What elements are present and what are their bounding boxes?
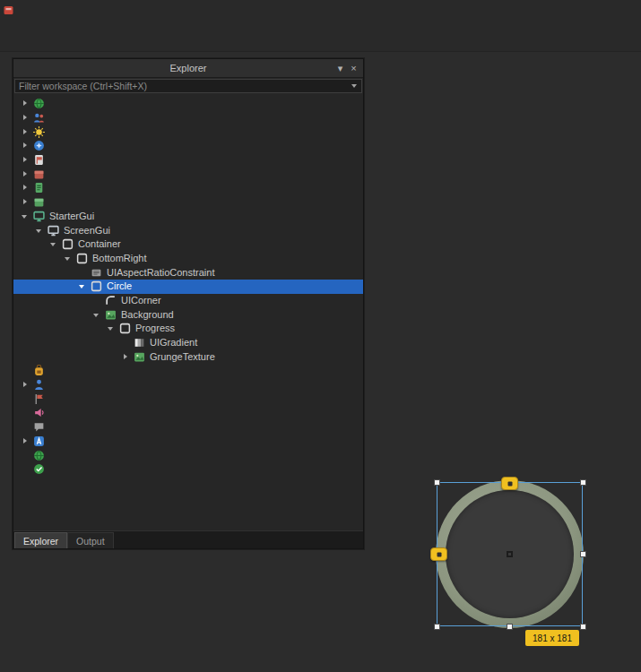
tree-item-label: Progress: [135, 322, 175, 335]
tree-item-container[interactable]: Container: [13, 237, 363, 252]
tree-item[interactable]: [13, 111, 363, 125]
frame-icon: [119, 323, 131, 334]
frame-icon: [91, 280, 102, 292]
expand-arrow-icon[interactable]: [19, 125, 32, 139]
tree-item[interactable]: [13, 195, 363, 210]
expand-arrow-icon[interactable]: [19, 111, 32, 125]
tree-item-uicorner[interactable]: UICorner: [13, 294, 363, 308]
size-badge-label: 181 x 181: [533, 633, 572, 643]
tree-item[interactable]: [13, 378, 363, 392]
tree-item[interactable]: [13, 392, 363, 406]
sun-icon: [33, 126, 45, 138]
resize-handle-bottom[interactable]: [507, 624, 513, 630]
tree-item[interactable]: [13, 139, 363, 153]
tree-item[interactable]: [13, 448, 363, 462]
image-icon: [105, 309, 117, 321]
green-document-icon: [33, 182, 45, 194]
tree-item-startergui[interactable]: StarterGui: [13, 210, 363, 224]
arrow-spacer: [76, 266, 90, 280]
tab-explorer[interactable]: Explorer: [14, 532, 67, 548]
blue-sphere-icon: [33, 140, 45, 151]
frame-icon: [76, 253, 88, 264]
expand-arrow-icon[interactable]: [19, 97, 32, 110]
collapse-arrow-icon[interactable]: [19, 210, 32, 223]
tab-label: Output: [76, 536, 105, 547]
corner-icon: [105, 295, 117, 306]
tree-item[interactable]: [13, 420, 363, 435]
tree-item[interactable]: [13, 462, 363, 477]
tree-item[interactable]: [13, 435, 363, 449]
resize-handle-top-left[interactable]: [434, 479, 440, 486]
collapse-arrow-icon[interactable]: [62, 252, 75, 265]
tree-item[interactable]: [13, 181, 363, 195]
tree-item-screengui[interactable]: ScreenGui: [13, 223, 363, 237]
resize-handle-right[interactable]: [580, 551, 586, 557]
size-badge: 181 x 181: [525, 630, 579, 646]
expand-arrow-icon[interactable]: [19, 181, 32, 194]
filter-dropdown-icon[interactable]: [349, 80, 361, 92]
check-icon: [33, 463, 45, 475]
filter-input[interactable]: [15, 81, 349, 91]
arrow-spacer: [19, 449, 32, 462]
chevron-down-icon[interactable]: ▾: [333, 59, 347, 77]
tree-item[interactable]: [13, 167, 363, 181]
tree-item-uigradient[interactable]: UIGradient: [13, 336, 363, 350]
resize-handle-top-right[interactable]: [580, 479, 586, 486]
tree-item-circle-selected[interactable]: Circle: [13, 280, 363, 294]
collapse-arrow-icon[interactable]: [105, 322, 118, 335]
tree-item[interactable]: [13, 406, 363, 420]
explorer-titlebar[interactable]: Explorer ▾ ×: [13, 59, 363, 78]
tree-item-grungetexture[interactable]: GrungeTexture: [13, 349, 363, 364]
collapse-arrow-icon[interactable]: [48, 237, 61, 251]
drag-handle-top-yellow[interactable]: [501, 477, 518, 490]
expand-arrow-icon[interactable]: [19, 435, 32, 448]
expand-arrow-icon[interactable]: [119, 350, 133, 364]
anchor-point-indicator[interactable]: [507, 551, 513, 557]
tree-item-label: GrungeTexture: [150, 350, 215, 364]
collapse-arrow-icon[interactable]: [33, 224, 47, 237]
backpack-icon: [33, 365, 45, 376]
tree-item[interactable]: [13, 125, 363, 139]
expand-arrow-icon[interactable]: [19, 139, 32, 152]
arrow-spacer: [119, 336, 133, 349]
flag-icon: [33, 393, 45, 405]
image-icon: [134, 351, 145, 363]
red-app-icon[interactable]: [4, 5, 13, 15]
resize-handle-bottom-right[interactable]: [580, 624, 586, 630]
tab-output[interactable]: Output: [67, 532, 114, 548]
document-flag-icon: [33, 154, 45, 166]
tree-item-bottomright[interactable]: BottomRight: [13, 252, 363, 266]
arrow-spacer: [19, 392, 32, 406]
filter-box: [14, 79, 362, 93]
expand-arrow-icon[interactable]: [19, 168, 32, 181]
tree-item-uiaspectratioconstraint[interactable]: UIAspectRatioConstraint: [13, 265, 363, 280]
tree-item-label: BottomRight: [92, 252, 147, 265]
resize-handle-bottom-left[interactable]: [434, 624, 440, 630]
panel-title: Explorer: [170, 63, 207, 73]
tree-item-background[interactable]: Background: [13, 307, 363, 322]
drag-handle-left-yellow[interactable]: [430, 547, 447, 561]
gradient-icon: [134, 337, 145, 349]
person-icon: [33, 379, 45, 391]
close-icon[interactable]: ×: [347, 59, 360, 77]
tree-item-label: StarterGui: [49, 210, 94, 223]
chat-icon: [33, 421, 45, 433]
expand-arrow-icon[interactable]: [19, 153, 32, 167]
tree-item-progress[interactable]: Progress: [13, 322, 363, 336]
green-box-icon: [33, 196, 45, 208]
explorer-tree: StarterGui ScreenGui Container BottomRig…: [13, 94, 363, 530]
collapse-arrow-icon[interactable]: [76, 280, 90, 293]
expand-arrow-icon[interactable]: [19, 195, 32, 209]
tree-item-label: UICorner: [121, 294, 161, 307]
monitor-icon: [33, 211, 45, 222]
arrow-spacer: [91, 294, 104, 307]
expand-arrow-icon[interactable]: [19, 378, 32, 392]
tree-item[interactable]: [13, 97, 363, 111]
letter-a-icon: [33, 435, 45, 447]
tree-item[interactable]: [13, 364, 363, 378]
tree-item[interactable]: [13, 153, 363, 168]
people-icon: [33, 112, 45, 124]
collapse-arrow-icon[interactable]: [91, 308, 104, 322]
arrow-spacer: [19, 406, 32, 419]
explorer-panel: Explorer ▾ ×: [13, 58, 364, 549]
